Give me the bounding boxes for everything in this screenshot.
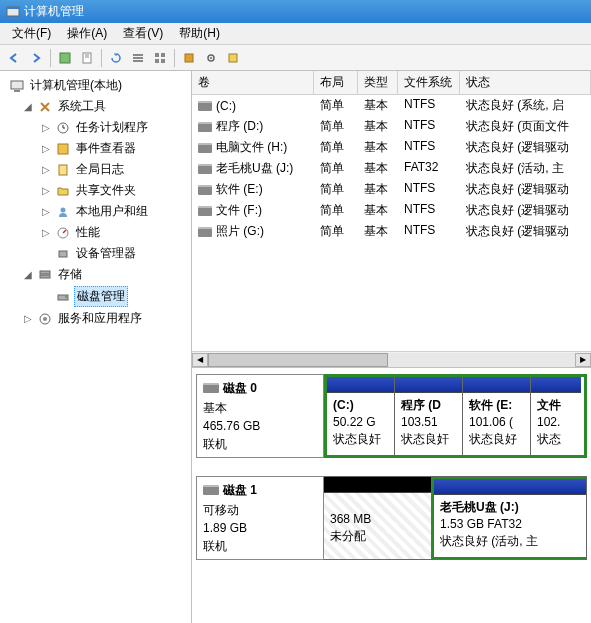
disk-type: 可移动: [203, 501, 317, 519]
grid-button[interactable]: [150, 48, 170, 68]
expand-icon[interactable]: ▷: [40, 122, 52, 133]
tree-system-tools[interactable]: ◢ 系统工具: [2, 96, 189, 117]
volume-type: 基本: [358, 138, 398, 157]
volume-name: (C:): [216, 99, 236, 113]
svg-rect-22: [58, 144, 68, 154]
properties-button[interactable]: [77, 48, 97, 68]
partition-status: 状态良奸: [401, 431, 456, 448]
services-icon: [37, 311, 53, 327]
volume-status: 状态良好 (活动, 主: [460, 159, 591, 178]
tree-global-logs[interactable]: ▷ 全局日志: [2, 159, 189, 180]
expand-icon[interactable]: ▷: [40, 206, 52, 217]
partition-title: (C:): [333, 397, 388, 414]
disk-0-block[interactable]: 磁盘 0 基本 465.76 GB 联机 (C:) 50.22 G 状态良奸: [196, 374, 587, 458]
column-header-status[interactable]: 状态: [460, 71, 591, 94]
tree-root[interactable]: 计算机管理(本地): [2, 75, 189, 96]
disk-1-block[interactable]: 磁盘 1 可移动 1.89 GB 联机 368 MB 未分配: [196, 476, 587, 560]
tree-task-scheduler[interactable]: ▷ 任务计划程序: [2, 117, 189, 138]
volume-layout: 简单: [314, 159, 358, 178]
scrollbar-thumb[interactable]: [208, 353, 388, 367]
back-button[interactable]: [4, 48, 24, 68]
unallocated-space[interactable]: 368 MB 未分配: [324, 477, 432, 559]
tree-label: 服务和应用程序: [56, 309, 144, 328]
partition-d[interactable]: 程序 (D 103.51 状态良奸: [395, 377, 463, 455]
partition-size: 368 MB: [330, 511, 425, 528]
partition-header: [324, 477, 431, 493]
scroll-left-button[interactable]: ◀: [192, 353, 208, 367]
forward-button[interactable]: [26, 48, 46, 68]
column-header-volume[interactable]: 卷: [192, 71, 314, 94]
tree-label: 计算机管理(本地): [28, 76, 124, 95]
svg-rect-12: [161, 59, 165, 63]
tree-label: 磁盘管理: [74, 286, 128, 307]
disk-icon: [203, 485, 219, 495]
view-button[interactable]: [179, 48, 199, 68]
volume-row[interactable]: 老毛桃U盘 (J:)简单基本FAT32状态良好 (活动, 主: [192, 158, 591, 179]
expand-icon[interactable]: ▷: [40, 143, 52, 154]
partition-header: [434, 479, 586, 495]
expand-icon[interactable]: ▷: [40, 164, 52, 175]
scrollbar-track[interactable]: [208, 353, 575, 367]
expand-icon[interactable]: ▷: [40, 185, 52, 196]
expand-icon[interactable]: ▷: [40, 227, 52, 238]
volume-fs: FAT32: [398, 159, 460, 178]
collapse-icon[interactable]: ◢: [22, 269, 34, 280]
tree-button[interactable]: [55, 48, 75, 68]
horizontal-scrollbar[interactable]: ◀ ▶: [192, 351, 591, 367]
volume-layout: 简单: [314, 96, 358, 115]
tree-performance[interactable]: ▷ 性能: [2, 222, 189, 243]
menu-file[interactable]: 文件(F): [4, 23, 59, 44]
volume-name: 照片 (G:): [216, 223, 264, 240]
disk-size: 1.89 GB: [203, 519, 317, 537]
volume-row[interactable]: 文件 (F:)简单基本NTFS状态良好 (逻辑驱动: [192, 200, 591, 221]
partition-f[interactable]: 文件 102. 状态: [531, 377, 581, 455]
tree-device-manager[interactable]: ▷ 设备管理器: [2, 243, 189, 264]
volume-name: 老毛桃U盘 (J:): [216, 160, 293, 177]
volume-icon: [198, 227, 212, 237]
volume-type: 基本: [358, 222, 398, 241]
disk-title: 磁盘 0: [223, 379, 257, 397]
volume-row[interactable]: 程序 (D:)简单基本NTFS状态良好 (页面文件: [192, 116, 591, 137]
menu-view[interactable]: 查看(V): [115, 23, 171, 44]
partition-title: 文件: [537, 397, 575, 414]
tree-shared-folders[interactable]: ▷ 共享文件夹: [2, 180, 189, 201]
volume-row[interactable]: (C:)简单基本NTFS状态良好 (系统, 启: [192, 95, 591, 116]
svg-rect-8: [133, 60, 143, 62]
tree-services[interactable]: ▷ 服务和应用程序: [2, 308, 189, 329]
volume-icon: [198, 185, 212, 195]
settings-button[interactable]: [201, 48, 221, 68]
help-button[interactable]: [223, 48, 243, 68]
volume-row[interactable]: 软件 (E:)简单基本NTFS状态良好 (逻辑驱动: [192, 179, 591, 200]
list-button[interactable]: [128, 48, 148, 68]
refresh-button[interactable]: [106, 48, 126, 68]
svg-rect-11: [155, 59, 159, 63]
tree-disk-management[interactable]: ▷ 磁盘管理: [2, 285, 189, 308]
volume-row[interactable]: 电脑文件 (H:)简单基本NTFS状态良好 (逻辑驱动: [192, 137, 591, 158]
column-header-fs[interactable]: 文件系统: [398, 71, 460, 94]
svg-rect-23: [59, 165, 67, 175]
column-header-type[interactable]: 类型: [358, 71, 398, 94]
column-header-layout[interactable]: 布局: [314, 71, 358, 94]
collapse-icon[interactable]: ◢: [22, 101, 34, 112]
volume-row[interactable]: 照片 (G:)简单基本NTFS状态良好 (逻辑驱动: [192, 221, 591, 242]
svg-point-24: [61, 207, 66, 212]
tree-local-users[interactable]: ▷ 本地用户和组: [2, 201, 189, 222]
partition-j[interactable]: 老毛桃U盘 (J:) 1.53 GB FAT32 状态良好 (活动, 主: [432, 477, 586, 559]
volume-icon: [198, 206, 212, 216]
partition-e[interactable]: 软件 (E: 101.06 ( 状态良好: [463, 377, 531, 455]
disk-status: 联机: [203, 537, 317, 555]
volume-status: 状态良好 (系统, 启: [460, 96, 591, 115]
menu-help[interactable]: 帮助(H): [171, 23, 228, 44]
expand-icon[interactable]: ▷: [22, 313, 34, 324]
tree-storage[interactable]: ◢ 存储: [2, 264, 189, 285]
partition-status: 状态良好: [469, 431, 524, 448]
partition-c[interactable]: (C:) 50.22 G 状态良奸: [327, 377, 395, 455]
menu-action[interactable]: 操作(A): [59, 23, 115, 44]
volume-layout: 简单: [314, 222, 358, 241]
scroll-right-button[interactable]: ▶: [575, 353, 591, 367]
tree-event-viewer[interactable]: ▷ 事件查看器: [2, 138, 189, 159]
svg-rect-2: [60, 53, 70, 63]
svg-point-15: [210, 57, 212, 59]
event-icon: [55, 141, 71, 157]
svg-rect-17: [11, 81, 23, 89]
